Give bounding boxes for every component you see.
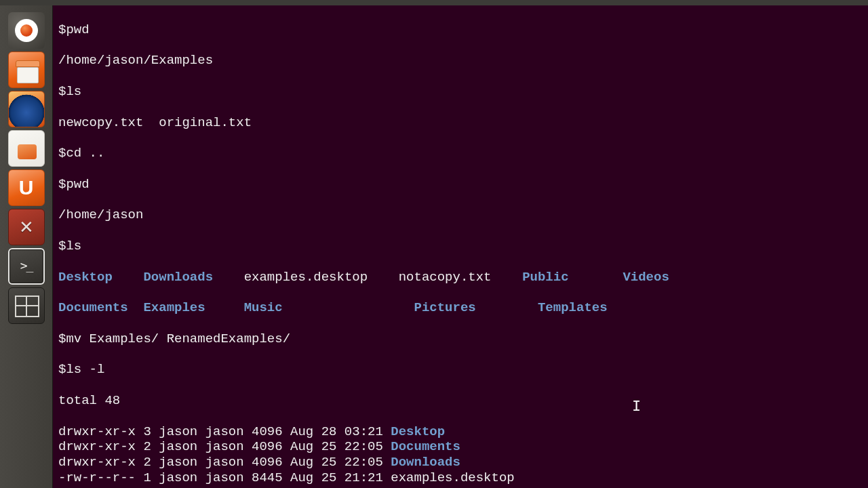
cmd-cd: $cd .. [58, 146, 868, 161]
ls-entry: drwxr-xr-x 2 jason jason 4096 Aug 25 22:… [58, 439, 868, 455]
out-pwd: /home/jason/Examples [58, 53, 868, 68]
ls-row-2: Documents Examples Music Pictures Templa… [58, 300, 868, 316]
ls-row-1: Desktop Downloads examples.desktop notac… [58, 270, 868, 285]
firefox-icon[interactable] [8, 91, 45, 127]
top-panel [0, 0, 868, 5]
unity-launcher: U [0, 5, 53, 488]
cmd-pwd2: $pwd [58, 177, 868, 192]
cmd-ls2: $ls [58, 239, 868, 254]
ls-entry: drwxr-xr-x 3 jason jason 4096 Aug 28 03:… [58, 424, 868, 440]
workspace-switcher-icon[interactable] [8, 287, 45, 324]
terminal-icon[interactable] [8, 248, 45, 285]
settings-icon[interactable] [8, 209, 45, 245]
cmd-ls: $ls [58, 84, 868, 100]
ls-entry: -rw-r--r-- 1 jason jason 8445 Aug 25 21:… [58, 470, 868, 486]
ubuntu-one-icon[interactable]: U [8, 169, 45, 206]
text-caret-icon: I [632, 399, 641, 415]
out-ls: newcopy.txt original.txt [58, 115, 868, 131]
software-center-icon[interactable] [8, 130, 45, 167]
files-icon[interactable] [8, 52, 45, 88]
out-total: total 48 [58, 393, 868, 409]
cmd-pwd: $pwd [58, 22, 868, 38]
ls-entry: drwxr-xr-x 2 jason jason 4096 Aug 25 22:… [58, 455, 868, 470]
cmd-lsl: $ls -l [58, 362, 868, 378]
out-pwd2: /home/jason [58, 207, 868, 223]
dash-icon[interactable] [8, 12, 45, 49]
terminal-output[interactable]: $pwd /home/jason/Examples $ls newcopy.tx… [58, 7, 868, 488]
cmd-mv: $mv Examples/ RenamedExamples/ [58, 331, 868, 347]
ls-long-listing: drwxr-xr-x 3 jason jason 4096 Aug 28 03:… [58, 424, 868, 488]
